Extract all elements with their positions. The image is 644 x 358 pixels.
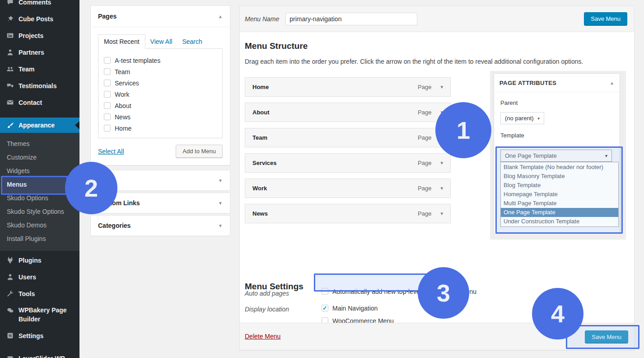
menu-item-row[interactable]: Services Page ▾ <box>245 153 451 173</box>
display-location-label: Display location <box>245 306 289 313</box>
submenu-item-install-plugins[interactable]: Install Plugins <box>0 232 79 245</box>
menu-items-list: Home Page ▾ About Page ▾ Team Page ▾ Ser… <box>245 77 451 223</box>
checkbox[interactable] <box>104 113 111 120</box>
user-icon <box>5 273 14 282</box>
select-caret-icon: ▾ <box>538 116 540 121</box>
sidebar-item-plugins[interactable]: Plugins <box>0 252 79 268</box>
chevron-down-icon[interactable]: ▾ <box>440 211 443 217</box>
annotation-step-circle-1: 1 <box>435 102 491 158</box>
person-icon <box>5 48 14 57</box>
menu-item-row[interactable]: Team Page ▾ <box>245 128 451 147</box>
submenu-item-themes[interactable]: Themes <box>0 137 79 151</box>
collapse-down-icon[interactable]: ▼ <box>218 178 223 183</box>
template-option[interactable]: Blog Masonry Template <box>501 172 618 181</box>
submenu-item-skudo-style-options[interactable]: Skudo Style Options <box>0 205 79 218</box>
annotation-step-circle-3: 3 <box>418 267 469 319</box>
pages-checklist: A-test templates Team Services Work Abou… <box>98 48 223 138</box>
auto-add-pages-label: Auto add pages <box>245 290 289 297</box>
pushpin-icon <box>5 14 14 24</box>
tab-most-recent[interactable]: Most Recent <box>98 34 145 49</box>
template-option[interactable]: Homepage Template <box>501 190 618 199</box>
template-label: Template <box>500 132 613 139</box>
checkbox[interactable] <box>104 68 111 75</box>
menu-structure-description: Drag each item into the order you prefer… <box>240 51 634 65</box>
menu-name-input[interactable] <box>285 13 417 25</box>
location-row-main-navigation: ✓ Main Navigation <box>322 305 378 312</box>
pages-panel: Pages ▲ Most Recent View All Search A-te… <box>90 5 230 165</box>
tab-search[interactable]: Search <box>177 35 207 48</box>
checkbox[interactable] <box>104 125 111 132</box>
parent-label: Parent <box>500 99 518 106</box>
page-checkbox-row: News <box>104 111 217 122</box>
sidebar-item-team[interactable]: Team <box>0 61 79 77</box>
template-option[interactable]: Under Construction Template <box>501 217 618 226</box>
submenu-item-customize[interactable]: Customize <box>0 151 79 164</box>
menu-item-row[interactable]: Work Page ▾ <box>245 179 451 198</box>
testimonials-icon <box>5 81 14 90</box>
wrench-icon <box>5 289 14 298</box>
group-icon <box>5 65 14 74</box>
page-checkbox-row: A-test templates <box>104 55 217 66</box>
collapse-up-icon[interactable]: ▲ <box>218 14 223 19</box>
select-all-link[interactable]: Select All <box>98 148 124 155</box>
sidebar-item-settings[interactable]: Settings <box>0 327 79 344</box>
layerslider-icon <box>5 354 14 358</box>
checkbox[interactable] <box>104 91 111 98</box>
menu-item-row[interactable]: About Page ▾ <box>245 103 451 122</box>
checkbox[interactable] <box>104 102 111 109</box>
sidebar-item-tools[interactable]: Tools <box>0 285 79 302</box>
sidebar-item-comments[interactable]: Comments <box>0 0 79 10</box>
template-select[interactable]: One Page Template ▾ <box>500 150 612 162</box>
page-checkbox-row: Services <box>104 77 217 89</box>
sidebar-item-users[interactable]: Users <box>0 268 79 285</box>
comments-icon <box>5 0 14 7</box>
annotation-step-circle-4: 4 <box>532 288 583 339</box>
sidebar-item-layerslider[interactable]: LayerSlider WP <box>0 350 79 358</box>
sidebar-item-testimonials[interactable]: Testimonials <box>0 77 79 94</box>
plug-icon <box>5 256 14 265</box>
wpbakery-icon <box>5 306 14 315</box>
envelope-icon <box>5 98 14 107</box>
menu-item-row[interactable]: Home Page ▾ <box>245 77 451 97</box>
pages-tabs: Most Recent View All Search <box>98 34 223 48</box>
menu-name-bar: Menu Name Save Menu <box>240 6 634 32</box>
template-option[interactable]: Blank Template (No header nor footer) <box>501 163 618 172</box>
sidebar-item-wpbakery[interactable]: WPBakery Page Builder <box>0 302 79 327</box>
chevron-down-icon[interactable]: ▾ <box>440 84 443 90</box>
brush-icon <box>5 121 14 130</box>
chevron-down-icon[interactable]: ▾ <box>440 160 443 166</box>
template-option[interactable]: Blog Template <box>501 181 618 190</box>
save-menu-button-top[interactable]: Save Menu <box>584 12 627 26</box>
page-checkbox-row: Team <box>104 66 217 77</box>
menu-settings-title: Menu Settings <box>240 273 308 292</box>
sidebar-item-partners[interactable]: Partners <box>0 44 79 61</box>
template-option-selected[interactable]: One Page Template <box>501 208 618 217</box>
page-checkbox-row: Work <box>104 89 217 100</box>
delete-menu-link[interactable]: Delete Menu <box>245 333 280 340</box>
submenu-item-skudo-demos[interactable]: Skudo Demos <box>0 218 79 232</box>
categories-panel[interactable]: Categories ▼ <box>90 215 230 236</box>
collapse-down-icon[interactable]: ▼ <box>218 223 223 228</box>
checkbox[interactable] <box>104 57 111 64</box>
annotation-box-menus <box>1 176 68 195</box>
annotation-step-circle-2: 2 <box>65 162 117 214</box>
sidebar-item-projects[interactable]: Projects <box>0 27 79 44</box>
checkbox-checked[interactable]: ✓ <box>322 305 328 311</box>
add-to-menu-button[interactable]: Add to Menu <box>176 145 223 158</box>
menu-structure-title: Menu Structure <box>240 32 634 51</box>
collapse-down-icon[interactable]: ▼ <box>218 201 223 206</box>
sidebar-item-contact[interactable]: Contact <box>0 94 79 111</box>
tab-view-all[interactable]: View All <box>145 35 177 48</box>
template-options-list: Blank Template (No header nor footer) Bl… <box>500 162 619 227</box>
menu-name-label: Menu Name <box>245 15 279 23</box>
chevron-down-icon[interactable]: ▾ <box>440 185 443 191</box>
parent-select[interactable]: (no parent) ▾ <box>500 112 544 124</box>
sidebar-item-appearance[interactable]: Appearance <box>0 118 79 133</box>
active-menu-arrow-icon <box>75 121 79 129</box>
sliders-icon <box>5 331 14 340</box>
checkbox[interactable] <box>104 80 111 86</box>
sidebar-item-cube-posts[interactable]: Cube Posts <box>0 10 79 27</box>
collapse-up-icon[interactable]: ▲ <box>610 80 614 85</box>
template-option[interactable]: Multi Page Template <box>501 199 618 208</box>
menu-item-row[interactable]: News Page ▾ <box>245 204 451 223</box>
